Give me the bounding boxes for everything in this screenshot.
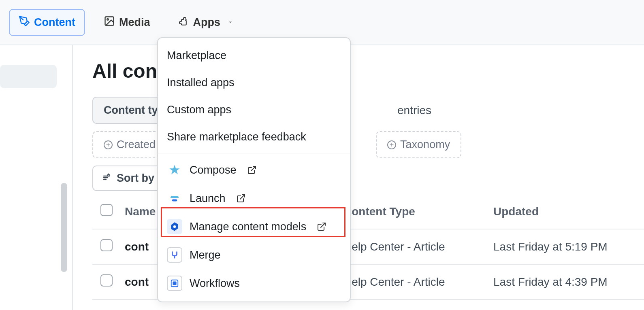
external-link-icon — [247, 165, 257, 175]
dropdown-item-share-feedback[interactable]: Share marketplace feedback — [158, 123, 350, 151]
dropdown-item-label: Compose — [190, 164, 237, 176]
nav-tab-content-label: Content — [34, 16, 75, 29]
puzzle-icon — [178, 15, 189, 30]
workflows-icon — [167, 276, 182, 291]
dropdown-item-merge[interactable]: Merge — [158, 241, 350, 269]
merge-icon — [167, 247, 182, 263]
svg-line-5 — [240, 195, 245, 199]
sidebar-item-selected[interactable] — [0, 65, 57, 88]
sort-button[interactable]: Sort by — [92, 166, 164, 191]
nav-tab-apps-label: Apps — [193, 16, 221, 29]
plus-circle-icon: + — [387, 140, 396, 149]
sidebar-scrollbar[interactable] — [61, 183, 67, 272]
dropdown-item-label: Merge — [190, 249, 221, 261]
dropdown-item-workflows[interactable]: Workflows — [158, 269, 350, 297]
svg-line-2 — [251, 166, 256, 171]
external-link-icon — [236, 193, 246, 203]
caret-down-icon — [227, 16, 234, 29]
dropdown-item-launch[interactable]: Launch — [158, 184, 350, 212]
apps-dropdown: Marketplace Installed apps Custom apps S… — [157, 37, 351, 302]
dropdown-item-label: Marketplace — [167, 49, 226, 62]
header-updated[interactable]: Updated — [493, 194, 644, 229]
cell-updated: Last Friday at 4:39 PM — [493, 264, 644, 299]
cell-content-type: Help Center - Article — [343, 229, 493, 264]
select-all-checkbox[interactable] — [100, 204, 113, 216]
dropdown-item-label: Launch — [190, 192, 226, 205]
nav-tab-content[interactable]: Content — [9, 9, 85, 36]
dropdown-divider — [158, 153, 350, 153]
plus-circle-icon: + — [104, 140, 113, 149]
dropdown-item-label: Installed apps — [167, 76, 235, 89]
external-link-icon — [317, 222, 326, 231]
image-icon — [104, 15, 115, 30]
svg-line-7 — [321, 223, 325, 227]
filter-taxonomy[interactable]: + Taxonomy — [376, 131, 461, 158]
hexagon-icon — [167, 219, 182, 234]
svg-rect-3 — [171, 196, 179, 198]
nav-tab-media-label: Media — [119, 16, 150, 29]
cell-updated: Last Friday at 5:19 PM — [493, 229, 644, 264]
entries-label: entries — [397, 104, 431, 117]
pen-icon — [19, 15, 30, 30]
svg-point-6 — [173, 225, 176, 228]
dropdown-item-label: Share marketplace feedback — [167, 131, 306, 143]
dropdown-item-label: Manage content models — [190, 221, 306, 233]
svg-point-1 — [107, 19, 109, 20]
row-checkbox[interactable] — [100, 239, 113, 251]
svg-rect-4 — [172, 200, 177, 202]
filter-label: Taxonomy — [400, 138, 450, 151]
compose-icon — [167, 162, 182, 178]
cell-content-type: Help Center - Article — [343, 264, 493, 299]
dropdown-item-installed-apps[interactable]: Installed apps — [158, 69, 350, 96]
dropdown-item-manage-content-models[interactable]: Manage content models — [158, 212, 350, 241]
row-checkbox[interactable] — [100, 274, 113, 287]
dropdown-item-compose[interactable]: Compose — [158, 156, 350, 184]
dropdown-item-label: Workflows — [190, 277, 240, 290]
launch-icon — [167, 191, 182, 206]
sort-label: Sort by — [117, 172, 154, 185]
nav-tab-apps[interactable]: Apps — [169, 10, 243, 35]
dropdown-item-marketplace[interactable]: Marketplace — [158, 42, 350, 69]
header-content-type[interactable]: Content Type — [343, 194, 493, 229]
sort-icon — [102, 172, 112, 185]
nav-tab-media[interactable]: Media — [95, 10, 159, 35]
sidebar — [0, 45, 73, 310]
dropdown-item-label: Custom apps — [167, 104, 231, 116]
dropdown-item-custom-apps[interactable]: Custom apps — [158, 96, 350, 123]
svg-rect-9 — [173, 281, 176, 285]
